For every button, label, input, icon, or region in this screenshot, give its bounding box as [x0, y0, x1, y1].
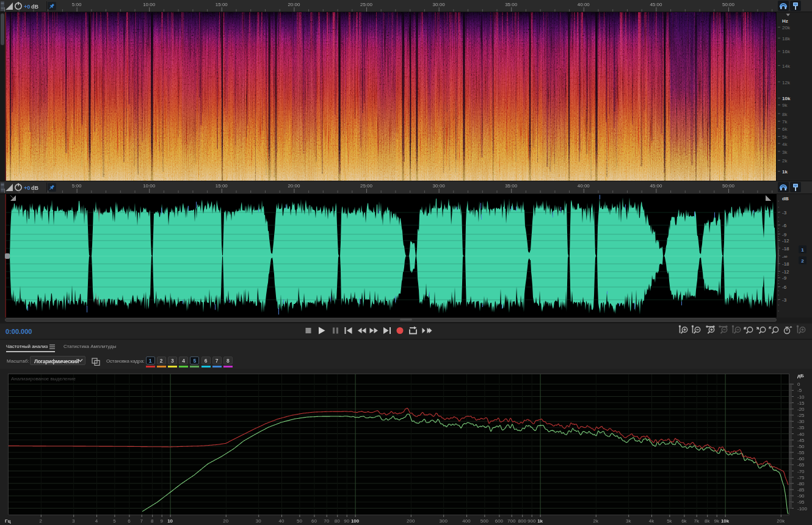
svg-text:-20: -20: [797, 407, 805, 412]
svg-text:-15: -15: [797, 400, 805, 406]
svg-text:-85: -85: [797, 487, 805, 493]
svg-text:20k: 20k: [777, 518, 785, 524]
svg-text:-80: -80: [797, 481, 805, 487]
svg-text:-50: -50: [797, 444, 805, 449]
svg-text:10k: 10k: [721, 518, 730, 524]
svg-text:5: 5: [113, 518, 116, 524]
svg-text:9k: 9k: [714, 518, 719, 524]
svg-text:2k: 2k: [593, 518, 599, 524]
svg-text:6: 6: [128, 518, 131, 524]
svg-text:500: 500: [480, 518, 489, 524]
svg-text:50: 50: [297, 518, 302, 524]
svg-text:-25: -25: [797, 413, 805, 418]
svg-text:-100: -100: [797, 506, 808, 512]
svg-text:Анализированое выделение: Анализированое выделение: [11, 376, 76, 382]
svg-text:20: 20: [223, 518, 228, 524]
svg-text:-65: -65: [797, 462, 805, 468]
svg-text:4: 4: [95, 518, 98, 524]
svg-text:2: 2: [40, 518, 43, 524]
svg-text:800: 800: [518, 518, 527, 524]
svg-text:1k: 1k: [537, 518, 543, 524]
svg-text:30: 30: [256, 518, 261, 524]
svg-text:10: 10: [167, 518, 173, 524]
svg-text:8: 8: [151, 518, 154, 524]
svg-text:-5: -5: [797, 388, 802, 393]
svg-text:9: 9: [160, 518, 163, 524]
svg-text:200: 200: [407, 518, 415, 524]
svg-text:100: 100: [351, 518, 360, 524]
svg-text:-75: -75: [797, 475, 805, 480]
svg-text:700: 700: [507, 518, 516, 524]
svg-text:5k: 5k: [667, 518, 672, 524]
svg-text:3k: 3k: [626, 518, 631, 524]
svg-text:90: 90: [344, 518, 349, 524]
svg-text:900: 900: [527, 518, 536, 524]
svg-text:-35: -35: [797, 425, 805, 430]
svg-text:-10: -10: [797, 394, 805, 400]
svg-text:8k: 8k: [705, 518, 710, 524]
svg-text:3: 3: [72, 518, 75, 524]
svg-text:400: 400: [462, 518, 471, 524]
svg-text:40: 40: [279, 518, 285, 524]
svg-text:4k: 4k: [649, 518, 654, 524]
svg-text:-30: -30: [797, 419, 805, 424]
svg-text:Гц: Гц: [5, 518, 11, 524]
svg-text:300: 300: [440, 518, 448, 524]
svg-text:6k: 6k: [681, 518, 687, 524]
svg-text:-60: -60: [797, 456, 805, 462]
svg-text:-70: -70: [797, 469, 805, 474]
svg-text:600: 600: [495, 518, 504, 524]
svg-text:-45: -45: [797, 438, 805, 443]
svg-text:-90: -90: [797, 493, 805, 499]
svg-text:-40: -40: [797, 432, 805, 437]
svg-text:7k: 7k: [694, 518, 699, 524]
svg-text:60: 60: [311, 518, 317, 524]
svg-text:-95: -95: [797, 499, 805, 505]
svg-text:80: 80: [335, 518, 340, 524]
svg-text:дБ: дБ: [797, 373, 804, 378]
svg-text:-55: -55: [797, 450, 805, 455]
svg-text:70: 70: [324, 518, 329, 524]
svg-text:7: 7: [140, 518, 143, 524]
svg-text:0: 0: [797, 382, 800, 387]
